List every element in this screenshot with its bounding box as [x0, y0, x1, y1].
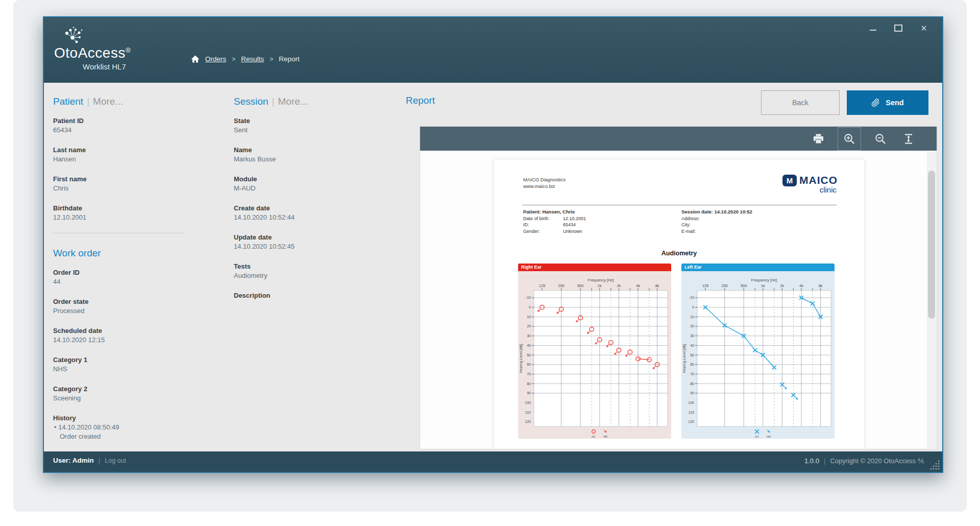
fit-height-button[interactable]	[900, 130, 917, 148]
work-order-title: Work order	[53, 247, 206, 260]
minimize-button[interactable]	[868, 23, 878, 33]
svg-text:4k: 4k	[636, 283, 640, 288]
field: State Sent	[234, 116, 387, 135]
maximize-button[interactable]	[893, 23, 903, 33]
svg-text:20: 20	[527, 324, 531, 328]
svg-text:60: 60	[690, 363, 694, 366]
field-value: 44	[53, 277, 206, 286]
svg-text:AC: AC	[755, 435, 759, 438]
svg-text:NR: NR	[767, 435, 771, 438]
footer-user: User: Admin	[53, 457, 94, 464]
field-value: NHS	[53, 365, 206, 374]
info-row: City:	[681, 222, 752, 228]
home-icon[interactable]	[191, 55, 200, 63]
info-row: Gender:Unknown	[523, 228, 586, 235]
print-button[interactable]	[810, 130, 827, 148]
zoom-out-button[interactable]	[872, 130, 889, 148]
app-name: OtoAccess	[54, 45, 126, 61]
field: Birthdate 12.10.2001	[53, 204, 206, 222]
breadcrumb-separator: >	[270, 56, 273, 63]
session-title: Session	[234, 96, 268, 107]
field-label: Module	[234, 175, 387, 184]
field-label: Category 2	[53, 385, 206, 394]
breadcrumb: Orders > Results > Report	[191, 55, 300, 63]
svg-text:8k: 8k	[655, 283, 659, 288]
clinic-name: MAICO Diagnostics	[523, 176, 566, 183]
svg-text:20: 20	[690, 324, 694, 328]
patient-panel: Patient|More... Patient ID 65434 Last na…	[53, 95, 206, 452]
viewer-scrollbar-thumb[interactable]	[928, 171, 935, 319]
field-value: Markus Busse	[234, 155, 387, 164]
svg-text:250: 250	[721, 283, 728, 288]
field-label: Patient ID	[53, 116, 206, 126]
report-patient-header: Patient: Hansen, Chris	[523, 209, 586, 216]
maico-logo-icon: M	[782, 175, 797, 186]
fit-height-icon	[903, 133, 914, 145]
viewer-scrollbar[interactable]	[927, 151, 936, 448]
field-label: Last name	[53, 146, 206, 155]
svg-text:1k: 1k	[598, 283, 602, 288]
zoom-in-button[interactable]	[838, 127, 861, 151]
history-block: History • 14.10.2020 08:50:49 Order crea…	[53, 414, 206, 441]
field: Module M-AUD	[234, 175, 387, 193]
svg-text:Frequency [Hz]: Frequency [Hz]	[751, 278, 777, 282]
field-value: 65434	[53, 126, 206, 135]
logout-link[interactable]: Log out	[105, 457, 126, 464]
field-value	[234, 300, 387, 309]
app-logo-title: OtoAccess®	[54, 45, 131, 61]
svg-text:100: 100	[525, 401, 531, 404]
back-button[interactable]: Back	[761, 90, 840, 115]
svg-text:50: 50	[527, 353, 531, 357]
svg-text:NR: NR	[603, 435, 607, 438]
history-event: Order created	[53, 432, 206, 441]
field-value: Processed	[53, 306, 206, 316]
svg-text:30: 30	[690, 334, 694, 338]
breadcrumb-orders[interactable]: Orders	[205, 55, 226, 63]
svg-text:40: 40	[527, 344, 531, 347]
paperclip-icon	[871, 99, 880, 107]
audiogram-right-ear: Right EarFrequency [Hz]1252505001k2k4k8k…	[518, 264, 671, 439]
patient-fields: Patient ID 65434 Last name Hansen First …	[53, 116, 206, 222]
svg-text:10: 10	[690, 315, 694, 319]
close-button[interactable]: ✕	[919, 23, 929, 33]
clinic-website: www.maico.biz	[523, 183, 566, 189]
svg-text:70: 70	[527, 372, 531, 376]
info-label: Gender:	[523, 228, 563, 235]
audiogram-left-ear-svg: Frequency [Hz]1252505001k2k4k8k-10010203…	[681, 271, 835, 439]
field-label: Order state	[53, 297, 206, 306]
field-value: Audiometry	[234, 271, 387, 280]
app-window: OtoAccess® Worklist HL7 Orders > Results…	[43, 16, 943, 473]
svg-text:120: 120	[525, 420, 531, 423]
field: Description	[234, 291, 387, 309]
patient-more-link[interactable]: More...	[93, 96, 123, 107]
app-subtitle: Worklist HL7	[83, 62, 126, 71]
svg-text:500: 500	[741, 283, 747, 288]
field-value: 12.10.2001	[53, 213, 206, 222]
send-button[interactable]: Send	[847, 90, 928, 115]
otoaccess-molecule-icon	[61, 27, 85, 46]
svg-text:500: 500	[577, 283, 584, 288]
svg-text:Hearing Level [dB]: Hearing Level [dB]	[682, 344, 687, 373]
field: Patient ID 65434	[53, 116, 206, 135]
session-more-link[interactable]: More...	[278, 96, 308, 107]
breadcrumb-results[interactable]: Results	[241, 55, 264, 63]
info-label: City:	[681, 222, 721, 228]
report-patient-rows: Date of birth:12.10.2001 ID:65434 Gender…	[523, 216, 586, 235]
close-icon: ✕	[920, 23, 927, 33]
info-value: 65434	[563, 222, 576, 227]
section-divider	[53, 233, 185, 233]
field-label: First name	[53, 175, 206, 184]
field: Last name Hansen	[53, 146, 206, 164]
field-value: 14.10.2020 10:52:45	[234, 242, 387, 251]
svg-text:4k: 4k	[799, 283, 803, 288]
maico-logo-brand: MAICO	[799, 174, 838, 186]
breadcrumb-report: Report	[279, 55, 300, 63]
field-label: Birthdate	[53, 204, 206, 213]
resize-grip[interactable]	[929, 459, 940, 470]
info-row: ID:65434	[523, 222, 586, 228]
audiogram-right-ear-header: Right Ear	[518, 264, 671, 271]
info-label: E-mail:	[681, 228, 721, 235]
patient-panel-heading: Patient|More...	[53, 95, 206, 108]
info-value: 12.10.2001	[563, 216, 586, 221]
svg-text:AC: AC	[592, 435, 596, 438]
